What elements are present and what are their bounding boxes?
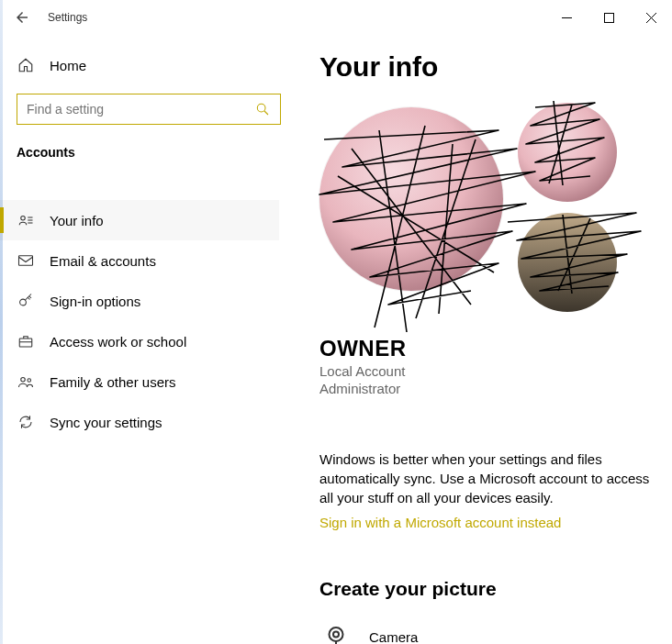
mail-icon	[17, 251, 35, 270]
profile-picture-thumbnail-2[interactable]	[518, 213, 617, 312]
account-role: Administrator	[319, 381, 655, 396]
home-icon	[17, 56, 35, 74]
category-label: Accounts	[17, 145, 279, 160]
window-title: Settings	[48, 11, 87, 24]
svg-point-15	[333, 632, 339, 638]
minimize-icon	[562, 13, 572, 23]
sidebar-item-label: Access work or school	[50, 334, 186, 350]
page-title: Your info	[319, 51, 655, 83]
svg-point-13	[28, 379, 31, 383]
profile-picture-large[interactable]	[319, 107, 503, 291]
home-label: Home	[50, 58, 86, 73]
briefcase-icon	[17, 332, 35, 350]
sidebar-item-sign-in-options[interactable]: Sign-in options	[0, 281, 279, 321]
close-button[interactable]	[630, 3, 672, 32]
sidebar-item-label: Sync your settings	[50, 415, 162, 430]
sign-in-microsoft-link[interactable]: Sign in with a Microsoft account instead	[319, 515, 655, 530]
sync-message: Windows is better when your settings and…	[319, 450, 650, 507]
account-type: Local Account	[319, 363, 655, 379]
people-icon	[17, 372, 35, 391]
close-icon	[646, 13, 656, 23]
camera-label: Camera	[369, 629, 418, 645]
svg-point-4	[21, 217, 26, 221]
sidebar-item-email-accounts[interactable]: Email & accounts	[0, 240, 279, 281]
svg-line-3	[264, 111, 268, 115]
svg-point-12	[21, 378, 26, 383]
minimize-button[interactable]	[545, 3, 588, 32]
svg-point-14	[330, 627, 343, 641]
search-icon	[254, 101, 271, 117]
svg-rect-8	[19, 256, 33, 266]
sidebar-item-label: Sign-in options	[50, 294, 140, 309]
sidebar-item-family-users[interactable]: Family & other users	[0, 361, 279, 402]
sidebar-item-label: Your info	[50, 213, 104, 228]
svg-rect-10	[19, 339, 32, 347]
svg-rect-1	[604, 13, 613, 22]
sidebar-item-your-info[interactable]: Your info	[0, 200, 279, 240]
sidebar-item-access-work-school[interactable]: Access work or school	[0, 321, 279, 361]
key-icon	[17, 292, 35, 310]
camera-button[interactable]: Camera	[319, 620, 655, 644]
person-card-icon	[17, 211, 35, 229]
sidebar-item-label: Email & accounts	[50, 253, 156, 269]
sync-icon	[17, 413, 35, 431]
maximize-button[interactable]	[588, 3, 630, 32]
profile-picture-thumbnail-1[interactable]	[518, 103, 617, 202]
user-name: OWNER	[319, 336, 655, 361]
back-button[interactable]	[11, 6, 33, 28]
search-box[interactable]	[17, 94, 281, 125]
svg-point-2	[257, 104, 265, 112]
search-input[interactable]	[27, 102, 254, 117]
sidebar-item-sync-settings[interactable]: Sync your settings	[0, 402, 279, 442]
back-arrow-icon	[14, 9, 30, 26]
sidebar-item-label: Family & other users	[50, 374, 176, 390]
svg-rect-0	[562, 17, 572, 18]
maximize-icon	[604, 13, 614, 23]
camera-icon	[319, 620, 353, 644]
create-picture-heading: Create your picture	[319, 578, 655, 600]
home-button[interactable]: Home	[17, 46, 279, 84]
